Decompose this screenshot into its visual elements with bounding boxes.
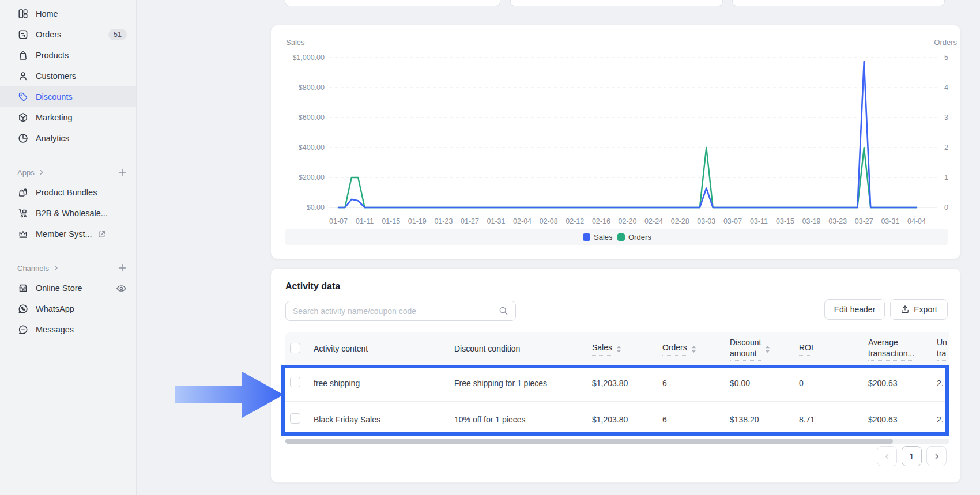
sidebar-item-analytics[interactable]: Analytics <box>0 128 136 149</box>
header-cell-checkbox <box>285 343 314 356</box>
sidebar-item-orders[interactable]: Orders51 <box>0 24 136 45</box>
table-cell: 8.71 <box>799 415 868 424</box>
svg-text:03-07: 03-07 <box>723 217 742 225</box>
b2b-wholesale-icon <box>17 207 29 219</box>
pagination-page-1-button[interactable]: 1 <box>902 446 922 466</box>
sidebar-item-label: Product Bundles <box>36 188 97 197</box>
activity-search <box>285 301 516 321</box>
sales-orders-chart-card: $1,000.005$800.004$600.003$400.002$200.0… <box>270 25 961 259</box>
svg-text:$800.00: $800.00 <box>299 84 325 92</box>
svg-text:Orders: Orders <box>934 38 957 47</box>
sidebar-item-label: Messages <box>36 325 74 334</box>
filter-input-partial-3[interactable] <box>732 0 945 6</box>
sidebar-item-whatsapp[interactable]: WhatsApp <box>0 298 136 319</box>
svg-text:02-20: 02-20 <box>619 217 637 225</box>
filter-input-partial-1[interactable] <box>285 0 500 6</box>
table-row-free-shipping[interactable]: free shippingFree shipping for 1 pieces$… <box>285 365 949 401</box>
sidebar-item-customers[interactable]: Customers <box>0 66 136 86</box>
svg-text:01-23: 01-23 <box>434 217 453 225</box>
svg-text:01-31: 01-31 <box>487 217 506 225</box>
svg-text:02-04: 02-04 <box>513 217 532 225</box>
svg-text:01-19: 01-19 <box>408 217 427 225</box>
svg-text:04-04: 04-04 <box>907 217 926 225</box>
svg-text:1: 1 <box>944 173 948 182</box>
sidebar-item-member-syst[interactable]: Member Syst... <box>0 224 136 244</box>
sidebar: HomeOrders51ProductsCustomersDiscountsMa… <box>0 0 137 495</box>
select-all-checkbox[interactable] <box>290 343 300 353</box>
row-checkbox[interactable] <box>290 377 300 387</box>
sidebar-item-products[interactable]: Products <box>0 45 136 66</box>
marketing-icon <box>17 112 29 123</box>
svg-text:01-15: 01-15 <box>382 217 400 225</box>
svg-text:01-27: 01-27 <box>461 217 479 225</box>
table-body: free shippingFree shipping for 1 pieces$… <box>285 365 949 437</box>
section-header-apps[interactable]: Apps <box>0 163 136 182</box>
chevron-right-icon <box>53 265 59 271</box>
activity-data-card: Activity data Edit header Export Activit… <box>270 268 961 483</box>
export-icon <box>900 305 910 314</box>
sidebar-item-messages[interactable]: Messages <box>0 319 136 340</box>
chevron-left-icon <box>884 453 891 460</box>
svg-text:$400.00: $400.00 <box>299 143 325 152</box>
export-button[interactable]: Export <box>890 299 948 320</box>
svg-text:03-27: 03-27 <box>855 217 873 225</box>
column-header-orders[interactable]: Orders <box>662 342 730 355</box>
products-icon <box>17 50 29 61</box>
column-header-un-tra: Untra <box>937 337 949 360</box>
svg-text:03-03: 03-03 <box>697 217 715 225</box>
chevron-right-icon <box>39 169 44 175</box>
sidebar-item-label: Discounts <box>36 92 73 101</box>
table-cell: free shipping <box>314 379 454 388</box>
horizontal-scrollbar-thumb[interactable] <box>285 439 893 444</box>
table-cell: 2. <box>937 379 949 388</box>
table-cell: 2. <box>937 415 949 424</box>
section-header-channels[interactable]: Channels <box>0 258 136 278</box>
add-icon[interactable] <box>118 168 127 177</box>
sidebar-item-label: Analytics <box>36 134 69 143</box>
sidebar-item-product-bundles[interactable]: Product Bundles <box>0 182 136 203</box>
sidebar-item-marketing[interactable]: Marketing <box>0 107 136 128</box>
edit-header-button[interactable]: Edit header <box>824 299 885 320</box>
column-header-sales[interactable]: Sales <box>592 342 662 355</box>
column-header-discount-amount[interactable]: Discountamount <box>730 337 799 360</box>
online-store-icon <box>17 282 29 294</box>
sort-icon <box>691 345 696 353</box>
sidebar-item-b2b-wholesale[interactable]: B2B & Wholesale... <box>0 203 136 224</box>
filter-input-partial-2[interactable] <box>510 0 723 6</box>
row-checkbox[interactable] <box>290 413 300 424</box>
sidebar-item-label: Orders <box>36 30 61 39</box>
table-cell: Black Friday Sales <box>314 415 454 424</box>
svg-text:4: 4 <box>944 84 948 92</box>
sidebar-item-home[interactable]: Home <box>0 3 136 24</box>
svg-text:$200.00: $200.00 <box>299 173 325 182</box>
pagination-next-button[interactable] <box>926 446 947 466</box>
annotation-arrow <box>171 369 286 421</box>
sidebar-item-discounts[interactable]: Discounts <box>0 86 136 107</box>
svg-text:$0.00: $0.00 <box>307 203 325 211</box>
table-row-black-friday-sales[interactable]: Black Friday Sales10% off for 1 pieces$1… <box>285 401 949 437</box>
orders-icon <box>17 29 29 40</box>
sidebar-nav: HomeOrders51ProductsCustomersDiscountsMa… <box>0 3 136 149</box>
svg-text:Sales: Sales <box>594 233 613 241</box>
column-header-activity-content: Activity content <box>314 343 454 354</box>
svg-text:03-11: 03-11 <box>750 217 768 225</box>
add-icon[interactable] <box>118 263 127 273</box>
discounts-icon <box>17 91 29 103</box>
messages-icon <box>17 324 29 335</box>
sidebar-item-online-store[interactable]: Online Store <box>0 278 136 298</box>
pagination-prev-button[interactable] <box>877 446 897 466</box>
svg-text:0: 0 <box>944 203 948 211</box>
search-input[interactable] <box>285 301 516 321</box>
svg-text:$600.00: $600.00 <box>299 114 325 122</box>
table-cell: $1,203.80 <box>592 379 662 388</box>
table-cell: $200.63 <box>868 415 937 424</box>
svg-text:02-16: 02-16 <box>592 217 610 225</box>
table-cell: $1,203.80 <box>592 415 662 424</box>
section-label: Channels <box>17 264 49 273</box>
svg-text:2: 2 <box>944 143 948 152</box>
svg-text:Sales: Sales <box>286 38 305 47</box>
column-header-roi: ROI <box>799 342 868 355</box>
svg-text:5: 5 <box>944 54 948 62</box>
visibility-eye-icon[interactable] <box>116 284 127 293</box>
sort-icon <box>616 345 621 353</box>
